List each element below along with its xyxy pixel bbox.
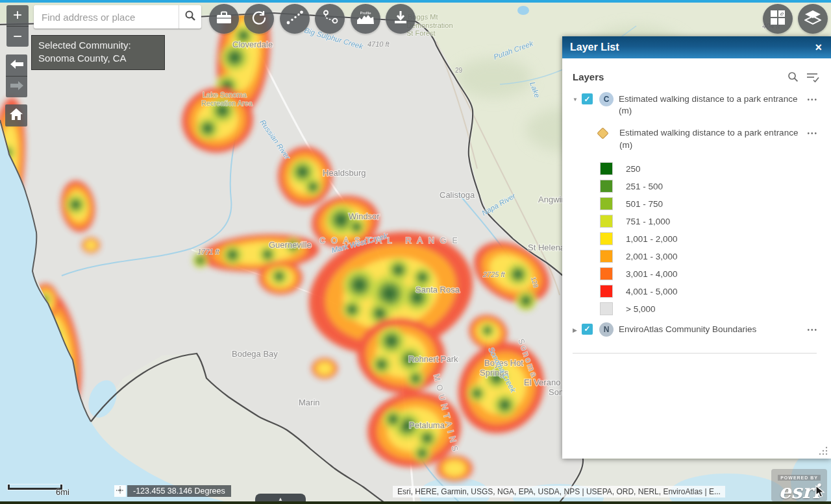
download-button[interactable] bbox=[386, 4, 416, 34]
legend-swatch bbox=[600, 162, 613, 175]
circular-arrows-icon bbox=[251, 10, 267, 28]
legend-label: 1,001 - 2,000 bbox=[626, 234, 678, 244]
layer-menu-ellipsis-icon[interactable]: ••• bbox=[807, 326, 818, 333]
measure-dotted-line-icon bbox=[286, 10, 303, 27]
sublayer-label: Estimated walking distance to a park ent… bbox=[619, 127, 807, 150]
svg-text:Santa Rosa: Santa Rosa bbox=[416, 285, 460, 294]
route-pins-icon bbox=[321, 10, 338, 28]
check-icon: ✓ bbox=[584, 95, 590, 104]
search-button[interactable] bbox=[179, 5, 201, 29]
selected-community-tooltip: Selected Community: Sonoma County, CA bbox=[31, 35, 165, 70]
toolbox-button[interactable] bbox=[209, 4, 239, 34]
profile-label: Profile bbox=[360, 11, 371, 15]
svg-text:Recreation Area: Recreation Area bbox=[201, 99, 253, 107]
bottom-edge-strip bbox=[0, 501, 831, 504]
legend-swatch bbox=[600, 232, 613, 245]
extent-navigation bbox=[6, 54, 27, 97]
legend-list: 250251 - 500501 - 750751 - 1,0001,001 - … bbox=[600, 160, 819, 318]
download-icon bbox=[393, 10, 408, 27]
zoom-out-button[interactable]: − bbox=[6, 26, 29, 47]
legend-item: 3,001 - 4,000 bbox=[600, 265, 819, 283]
svg-text:Healdsburg: Healdsburg bbox=[323, 168, 366, 178]
community-badge: C bbox=[599, 92, 614, 106]
layer-list-panel: Layer List × Layers ▼ ✓ C E bbox=[562, 36, 831, 459]
back-arrow-icon bbox=[10, 60, 23, 71]
measure-button[interactable] bbox=[280, 4, 310, 34]
layer-label: Estimated walking distance to a park ent… bbox=[619, 93, 807, 117]
draw-button[interactable] bbox=[244, 4, 274, 34]
legend-label: 4,001 - 5,000 bbox=[626, 287, 678, 296]
svg-text:Lake Sonoma: Lake Sonoma bbox=[203, 91, 247, 99]
previous-extent-button[interactable] bbox=[6, 54, 27, 76]
chevron-right-icon[interactable]: ▶ bbox=[573, 327, 580, 333]
legend-label: 2,001 - 3,000 bbox=[626, 252, 678, 261]
scale-bar bbox=[8, 485, 62, 490]
svg-text:Petaluma: Petaluma bbox=[409, 420, 445, 430]
legend-swatch bbox=[600, 180, 613, 193]
search-input[interactable] bbox=[34, 5, 179, 29]
layer-search-icon[interactable] bbox=[788, 71, 799, 82]
esri-logo: POWERED BY esri bbox=[771, 469, 827, 501]
layer-filter-icon[interactable] bbox=[806, 72, 819, 82]
legend-label: 251 - 500 bbox=[626, 182, 663, 191]
svg-text:2725 ft: 2725 ft bbox=[482, 270, 506, 278]
layer-label: EnviroAtlas Community Boundaries bbox=[619, 324, 807, 335]
legend-label: > 5,000 bbox=[626, 304, 655, 314]
legend-label: 501 - 750 bbox=[626, 199, 663, 209]
svg-text:St Helena: St Helena bbox=[528, 243, 565, 252]
check-icon: ✓ bbox=[584, 324, 590, 333]
diamond-symbol-icon bbox=[597, 128, 608, 139]
layer-checkbox[interactable]: ✓ bbox=[582, 93, 593, 104]
legend-item: 751 - 1,000 bbox=[600, 213, 819, 230]
legend-item: 251 - 500 bbox=[600, 178, 819, 195]
sublayer-menu-ellipsis-icon[interactable]: ••• bbox=[807, 130, 818, 137]
legend-label: 250 bbox=[626, 164, 641, 174]
layer-row-community-boundaries[interactable]: ▶ ✓ N EnviroAtlas Community Boundaries •… bbox=[573, 324, 819, 337]
next-extent-button[interactable] bbox=[6, 76, 27, 97]
coordinate-capture-button[interactable] bbox=[114, 485, 126, 497]
panel-divider bbox=[573, 353, 817, 354]
layers-button[interactable] bbox=[798, 4, 828, 34]
close-icon[interactable]: × bbox=[813, 42, 823, 53]
svg-text:1771 ft: 1771 ft bbox=[197, 248, 220, 256]
svg-text:COASTAL RANGE: COASTAL RANGE bbox=[319, 236, 464, 245]
svg-text:Calistoga: Calistoga bbox=[440, 190, 475, 200]
legend-swatch bbox=[600, 285, 613, 298]
legend-item: 1,001 - 2,000 bbox=[600, 230, 819, 248]
layer-menu-ellipsis-icon[interactable]: ••• bbox=[807, 96, 818, 103]
layer-checkbox[interactable]: ✓ bbox=[582, 324, 593, 335]
elevation-profile-button[interactable]: Profile bbox=[351, 4, 380, 34]
search-icon bbox=[184, 10, 196, 24]
esri-wordmark: esri bbox=[778, 482, 821, 501]
svg-text:Rohnert Park: Rohnert Park bbox=[408, 354, 458, 364]
sublayer-row-walking-distance[interactable]: Estimated walking distance to a park ent… bbox=[573, 127, 819, 150]
home-button[interactable] bbox=[5, 104, 27, 126]
map-attribution: Esri, HERE, Garmin, USGS, NGA, EPA, USDA… bbox=[393, 486, 725, 498]
selected-community-value: Sonoma County, CA bbox=[38, 52, 158, 65]
basemap-grid-icon: e bbox=[770, 10, 786, 28]
legend-swatch bbox=[600, 267, 613, 280]
layers-heading: Layers bbox=[573, 71, 788, 82]
layer-row-walking-distance[interactable]: ▼ ✓ C Estimated walking distance to a pa… bbox=[573, 93, 819, 117]
toolbox-icon bbox=[216, 11, 232, 27]
enviroatlas-map-app: CloverdaleHealdsburgCalistogaAngwinWinds… bbox=[0, 0, 831, 504]
svg-text:Guerneville: Guerneville bbox=[269, 240, 312, 250]
basemap-gallery-button[interactable]: e bbox=[763, 4, 793, 34]
selected-community-label: Selected Community: bbox=[38, 39, 158, 52]
profile-chart-icon: Profile bbox=[356, 10, 375, 28]
svg-text:e: e bbox=[780, 10, 784, 17]
svg-text:Windsor: Windsor bbox=[349, 211, 380, 221]
svg-text:Cloverdale: Cloverdale bbox=[232, 40, 273, 49]
layer-list-header[interactable]: Layer List × bbox=[562, 36, 831, 58]
panel-resize-handle[interactable] bbox=[819, 446, 828, 455]
chevron-down-icon[interactable]: ▼ bbox=[573, 97, 580, 102]
svg-text:Bodega Bay: Bodega Bay bbox=[232, 349, 278, 359]
legend-swatch bbox=[600, 215, 613, 228]
svg-text:29: 29 bbox=[455, 67, 463, 74]
legend-item: 4,001 - 5,000 bbox=[600, 283, 819, 300]
crosshair-icon bbox=[116, 485, 124, 497]
zoom-in-button[interactable]: + bbox=[6, 5, 29, 26]
directions-button[interactable] bbox=[315, 4, 345, 34]
zoom-widget: + − bbox=[6, 5, 29, 47]
search-box bbox=[34, 5, 201, 29]
